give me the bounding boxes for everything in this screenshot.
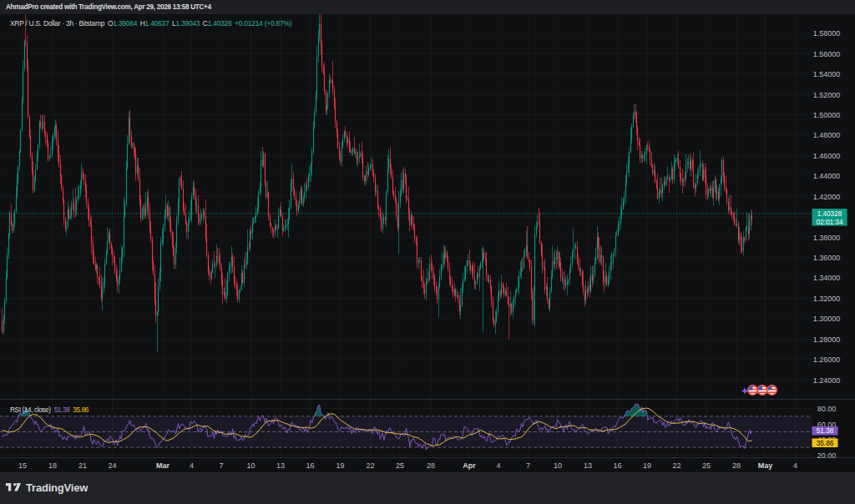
svg-text:1.26000: 1.26000 bbox=[813, 355, 841, 364]
svg-text:21: 21 bbox=[78, 461, 87, 470]
svg-text:15: 15 bbox=[18, 461, 27, 470]
svg-text:16: 16 bbox=[306, 461, 314, 470]
svg-text:Apr: Apr bbox=[463, 461, 476, 470]
svg-text:4: 4 bbox=[496, 461, 500, 470]
svg-text:4: 4 bbox=[793, 461, 797, 470]
svg-text:O1.39084H1.40637L1.39043C1.403: O1.39084H1.40637L1.39043C1.40328+0.01214… bbox=[108, 19, 292, 28]
svg-text:1.38000: 1.38000 bbox=[813, 234, 841, 242]
svg-text:22: 22 bbox=[366, 461, 374, 470]
svg-text:25: 25 bbox=[702, 461, 711, 470]
svg-text:1.34000: 1.34000 bbox=[813, 274, 841, 282]
svg-text:XRP / U.S. Dollar · 3h · Bitst: XRP / U.S. Dollar · 3h · Bitstamp bbox=[10, 19, 105, 28]
svg-text:1.54000: 1.54000 bbox=[813, 70, 841, 78]
svg-text:1.52000: 1.52000 bbox=[813, 91, 841, 99]
svg-text:16: 16 bbox=[613, 461, 621, 470]
svg-text:10: 10 bbox=[246, 461, 255, 470]
svg-text:10: 10 bbox=[554, 461, 562, 470]
svg-text:1.50000: 1.50000 bbox=[813, 111, 841, 119]
svg-text:28: 28 bbox=[427, 461, 435, 470]
svg-text:80.00: 80.00 bbox=[817, 405, 837, 413]
svg-text:19: 19 bbox=[336, 461, 344, 470]
svg-text:1.32000: 1.32000 bbox=[813, 295, 841, 303]
svg-text:02:01:34: 02:01:34 bbox=[817, 219, 843, 226]
svg-text:1.28000: 1.28000 bbox=[813, 335, 841, 344]
svg-text:20.00: 20.00 bbox=[817, 451, 837, 460]
svg-text:RSI (14, close)51.3835.86: RSI (14, close)51.3835.86 bbox=[10, 406, 89, 414]
svg-text:22: 22 bbox=[672, 461, 680, 470]
svg-text:1.44000: 1.44000 bbox=[813, 172, 841, 180]
svg-text:1.58000: 1.58000 bbox=[813, 29, 841, 38]
svg-text:7: 7 bbox=[526, 461, 530, 470]
svg-text:19: 19 bbox=[643, 461, 651, 470]
svg-text:1.42000: 1.42000 bbox=[813, 193, 841, 201]
svg-text:1.56000: 1.56000 bbox=[813, 50, 841, 58]
svg-text:1.40328: 1.40328 bbox=[817, 210, 842, 218]
svg-text:1.48000: 1.48000 bbox=[813, 131, 841, 139]
svg-text:25: 25 bbox=[396, 461, 404, 470]
svg-text:51.38: 51.38 bbox=[817, 427, 834, 435]
svg-text:13: 13 bbox=[584, 461, 592, 470]
svg-text:May: May bbox=[758, 461, 773, 470]
svg-text:35.86: 35.86 bbox=[817, 440, 834, 447]
svg-text:1.46000: 1.46000 bbox=[813, 152, 841, 160]
svg-text:24: 24 bbox=[108, 461, 116, 470]
svg-text:13: 13 bbox=[276, 461, 285, 470]
svg-text:7: 7 bbox=[219, 461, 223, 470]
svg-text:4: 4 bbox=[190, 461, 194, 470]
svg-text:18: 18 bbox=[48, 461, 57, 470]
svg-text:1.30000: 1.30000 bbox=[813, 315, 841, 323]
svg-text:Mar: Mar bbox=[156, 461, 170, 470]
svg-text:1.24000: 1.24000 bbox=[813, 376, 841, 385]
svg-text:28: 28 bbox=[732, 461, 741, 470]
svg-text:1.36000: 1.36000 bbox=[813, 254, 841, 262]
